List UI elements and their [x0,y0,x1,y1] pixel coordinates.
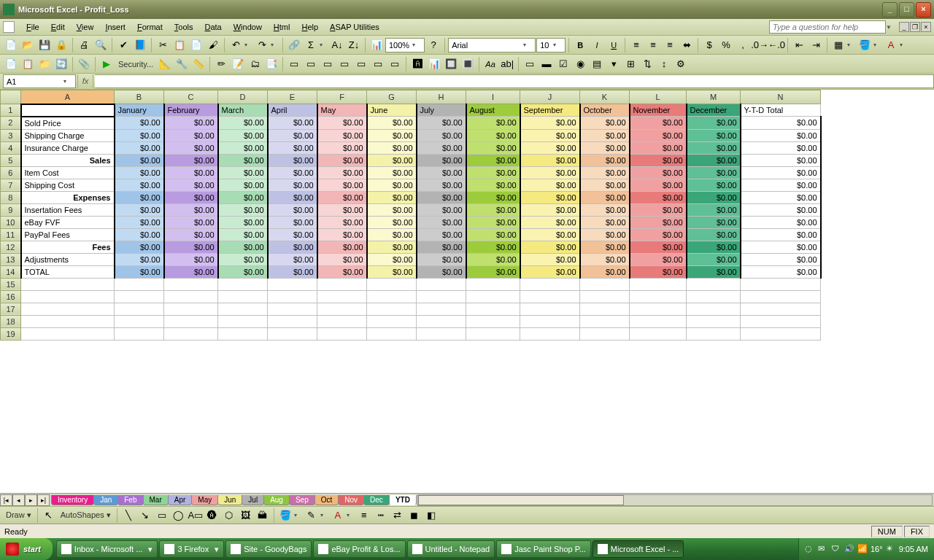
cell-F2[interactable]: $0.00 [317,117,367,130]
sheet-tab-sep[interactable]: Sep [289,495,315,505]
row-label-3[interactable]: Shipping Charge [21,129,115,141]
hyperlink-button[interactable]: 🔗 [286,37,302,53]
cell-M14[interactable]: $0.00 [687,265,741,278]
tb2-btn2[interactable]: 📋 [20,56,36,72]
sheet-tab-ytd[interactable]: YTD [389,495,417,505]
cell-B10[interactable]: $0.00 [115,216,164,228]
cell-C12[interactable]: $0.00 [164,241,218,253]
cell-I17[interactable] [466,303,520,315]
tray-temp[interactable]: 16° [871,545,883,553]
cell-J2[interactable]: $0.00 [520,117,580,130]
header-aug[interactable]: August [466,104,520,117]
cell-J13[interactable]: $0.00 [520,253,580,265]
picture-button[interactable]: 🏔 [255,508,271,524]
row-header-4[interactable]: 4 [1,141,21,154]
cell-J14[interactable]: $0.00 [520,265,580,278]
paste-button[interactable]: 📄 [188,37,204,53]
cell-F14[interactable]: $0.00 [317,265,367,278]
cell-C10[interactable]: $0.00 [164,216,218,228]
cell-N11[interactable]: $0.00 [741,228,821,241]
row-header-10[interactable]: 10 [1,216,21,228]
line-color-dropdown[interactable]: ▾ [320,512,329,518]
cell-F5[interactable]: $0.00 [317,154,367,166]
cell-B8[interactable]: $0.00 [115,191,164,203]
cell-D13[interactable]: $0.00 [218,253,268,265]
cell-H15[interactable] [417,278,466,290]
col-header-L[interactable]: L [630,90,687,104]
listbox-control-icon[interactable]: ▤ [589,56,605,72]
cell-M12[interactable]: $0.00 [687,241,741,253]
cell-I7[interactable]: $0.00 [466,179,520,191]
cell-B18[interactable] [115,315,164,327]
comma-button[interactable]: , [735,37,751,53]
menu-edit[interactable]: Edit [45,20,71,34]
cell-D3[interactable]: $0.00 [218,129,268,141]
dash-style-button[interactable]: ┅ [373,508,389,524]
align-left-button[interactable]: ≡ [628,37,644,53]
cell-H12[interactable]: $0.00 [417,241,466,253]
cell-B9[interactable]: $0.00 [115,203,164,216]
cell-J15[interactable] [520,278,580,290]
cell-H6[interactable]: $0.00 [417,166,466,179]
toggle-control-icon[interactable]: ⊞ [622,56,638,72]
cell-G12[interactable]: $0.00 [367,241,417,253]
font-color-draw-button[interactable]: A [330,508,346,524]
cell-B4[interactable]: $0.00 [115,141,164,154]
row-label-11[interactable]: PayPal Fees [21,228,115,241]
cell-H16[interactable] [417,290,466,303]
cell-B11[interactable]: $0.00 [115,228,164,241]
col-header-N[interactable]: N [741,90,821,104]
cell-H2[interactable]: $0.00 [417,117,466,130]
tb2-i4[interactable]: 🔳 [460,56,476,72]
cell-K8[interactable]: $0.00 [580,191,630,203]
security-label[interactable]: Security... [115,60,156,69]
col-header-J[interactable]: J [520,90,580,104]
font-size-combo[interactable]: 10▾ [536,38,566,52]
cell-F15[interactable] [317,278,367,290]
cell-I11[interactable]: $0.00 [466,228,520,241]
open-button[interactable]: 📂 [20,37,36,53]
cell-F12[interactable]: $0.00 [317,241,367,253]
help-search[interactable] [769,20,886,34]
cell-L18[interactable] [630,315,687,327]
menu-insert[interactable]: Insert [99,20,131,34]
taskbar-item-0[interactable]: Inbox - Microsoft ...▾ [56,540,158,558]
taskbar-item-5[interactable]: Jasc Paint Shop P... [496,540,591,558]
cell-M4[interactable]: $0.00 [687,141,741,154]
cell-F6[interactable]: $0.00 [317,166,367,179]
spin-control-icon[interactable]: ⇅ [639,56,655,72]
menu-help[interactable]: Help [296,20,324,34]
row-label-4[interactable]: Insurance Charge [21,141,115,154]
cell-H13[interactable]: $0.00 [417,253,466,265]
col-header-I[interactable]: I [466,90,520,104]
arrow-button[interactable]: ↘ [137,508,153,524]
rectangle-button[interactable]: ▭ [154,508,170,524]
cell-K16[interactable] [580,290,630,303]
name-box[interactable]: A1▾ [3,74,76,88]
group-box-icon[interactable]: ▭ [522,56,538,72]
cell-N16[interactable] [741,290,821,303]
cell-J16[interactable] [520,290,580,303]
cell-F19[interactable] [317,327,367,340]
row-header-12[interactable]: 12 [1,241,21,253]
oval-button[interactable]: ◯ [171,508,187,524]
cell-B14[interactable]: $0.00 [115,265,164,278]
cell-E11[interactable]: $0.00 [268,228,317,241]
cell-C14[interactable]: $0.00 [164,265,218,278]
cell-K2[interactable]: $0.00 [580,117,630,130]
cell-N5[interactable]: $0.00 [741,154,821,166]
header-jun[interactable]: June [367,104,417,117]
cell-C8[interactable]: $0.00 [164,191,218,203]
sheet-tab-may[interactable]: May [191,495,218,505]
cell-N4[interactable]: $0.00 [741,141,821,154]
cell-M6[interactable]: $0.00 [687,166,741,179]
cell-E13[interactable]: $0.00 [268,253,317,265]
cell-F16[interactable] [317,290,367,303]
cell-K17[interactable] [580,303,630,315]
cell-H19[interactable] [417,327,466,340]
select-all-corner[interactable] [1,90,21,104]
cell-G14[interactable]: $0.00 [367,265,417,278]
tray-icon-5[interactable]: 📶 [857,544,868,554]
fill-dropdown[interactable]: ▾ [873,42,882,48]
cell-I16[interactable] [466,290,520,303]
